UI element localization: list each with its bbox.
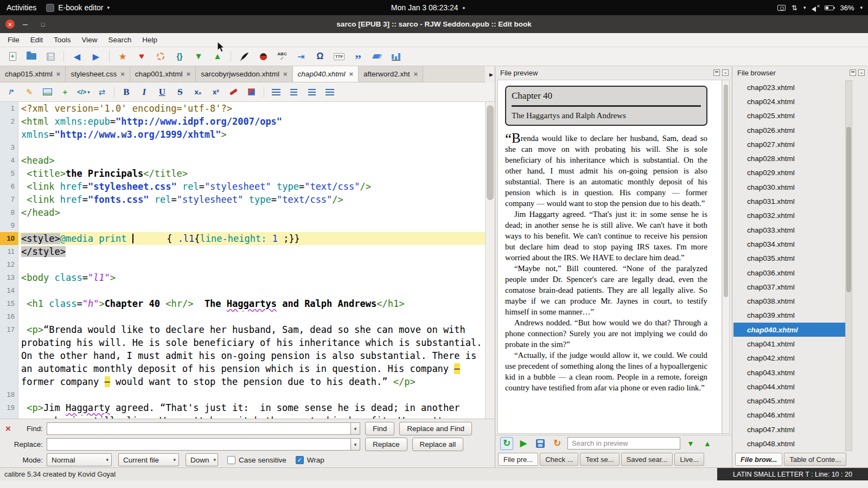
reports-button[interactable] — [390, 50, 402, 62]
insert-tag-button[interactable]: + — [59, 86, 71, 98]
find-history-dropdown[interactable]: ▾ — [350, 422, 360, 435]
tab-close-icon[interactable]: × — [283, 70, 288, 78]
align-center-button[interactable] — [288, 86, 300, 98]
menu-help[interactable]: Help — [137, 33, 163, 47]
scope-select[interactable]: Current file▾ — [118, 453, 179, 466]
arrange-button[interactable]: {} — [174, 50, 186, 62]
code-line[interactable]: 3 — [0, 141, 485, 154]
code-block-button[interactable]: </>▾ — [77, 86, 90, 98]
dock-tab[interactable]: Check ... — [540, 453, 578, 466]
direction-select[interactable]: Down▾ — [186, 453, 218, 466]
activities-button[interactable]: Activities — [7, 3, 36, 12]
code-line[interactable]: 19 <p>Jim Haggarty agreed. “That's just … — [0, 401, 485, 419]
open-book-button[interactable] — [25, 50, 37, 62]
network-icon[interactable]: ⇅ — [792, 4, 797, 12]
align-right-button[interactable] — [306, 86, 318, 98]
file-item[interactable]: chap031.xhtml — [733, 194, 845, 208]
dock-tab[interactable]: File brow... — [735, 453, 782, 466]
preview-scrollbar[interactable] — [722, 80, 730, 434]
select-button[interactable] — [155, 50, 167, 62]
back-button[interactable]: ◀ — [71, 50, 83, 62]
manage-fonts-button[interactable]: TTF — [333, 50, 345, 62]
menu-search[interactable]: Search — [103, 33, 137, 47]
background-color-button[interactable] — [246, 86, 258, 98]
spellcheck-button[interactable]: ABC✓ — [276, 50, 288, 62]
code-line[interactable]: 9 — [0, 219, 485, 232]
code-line[interactable]: 17 <p>“Brenda would like to declare her … — [0, 323, 485, 388]
fix-indentation-button[interactable]: ⇥ — [295, 50, 307, 62]
scrollbar-thumb[interactable] — [487, 105, 494, 200]
superscript-button[interactable]: x² — [210, 86, 222, 98]
file-item[interactable]: chap030.xhtml — [733, 180, 845, 194]
file-item[interactable]: chap041.xhtml — [733, 337, 845, 351]
editor-scrollbar[interactable] — [485, 102, 495, 419]
bookmark-button[interactable]: ★ — [117, 50, 129, 62]
float-panel-icon[interactable] — [713, 69, 720, 76]
search-next-button[interactable]: ▼ — [684, 437, 697, 450]
file-item[interactable]: chap034.xhtml — [733, 237, 845, 251]
doc-tab[interactable]: stylesheet.css× — [66, 66, 130, 82]
tab-close-icon[interactable]: × — [56, 70, 61, 78]
tab-overflow-icon[interactable]: ▸ — [489, 70, 493, 79]
reload-preview-button[interactable]: ↻ — [551, 437, 564, 450]
code-line[interactable]: 8</head> — [0, 206, 485, 219]
replace-history-dropdown[interactable]: ▾ — [350, 438, 360, 451]
volume-muted-icon[interactable] — [812, 5, 819, 11]
file-item[interactable]: chap045.xhtml — [733, 394, 845, 408]
jump-next-button[interactable]: ▼ — [193, 50, 205, 62]
dock-tab[interactable]: Text se... — [580, 453, 619, 466]
bold-button[interactable]: B — [120, 86, 132, 98]
close-panel-icon[interactable]: × — [858, 69, 865, 76]
file-item[interactable]: chap047.xhtml — [733, 422, 845, 436]
code-line[interactable]: 4<head> — [0, 154, 485, 167]
run-preview-button[interactable]: ▶ — [517, 437, 530, 450]
replace-input[interactable] — [47, 438, 350, 451]
file-item[interactable]: chap027.xhtml — [733, 137, 845, 151]
menu-view[interactable]: View — [76, 33, 103, 47]
doc-tab[interactable]: chap040.xhtml× — [293, 66, 359, 82]
float-panel-icon[interactable] — [850, 69, 856, 76]
code-line[interactable]: 2<html xmlns:epub="http://www.idpf.org/2… — [0, 115, 485, 141]
code-line[interactable]: 11</style> — [0, 245, 485, 258]
chevron-down-icon[interactable]: ▾ — [860, 5, 863, 10]
tab-close-icon[interactable]: × — [187, 70, 191, 78]
file-item[interactable]: chap044.xhtml — [733, 380, 845, 394]
file-item[interactable]: chap037.xhtml — [733, 280, 845, 294]
doc-tab[interactable]: afterword2.xht× — [359, 66, 423, 82]
code-line[interactable]: 13<body class="l1"> — [0, 271, 485, 284]
new-file-button[interactable]: + — [7, 50, 18, 62]
menu-file[interactable]: File — [2, 33, 25, 47]
file-item[interactable]: chap043.xhtml — [733, 365, 845, 380]
search-prev-button[interactable]: ▲ — [701, 437, 714, 450]
doc-tab[interactable]: chap015.xhtml× — [0, 66, 66, 82]
menu-edit[interactable]: Edit — [25, 33, 48, 47]
file-item[interactable]: chap033.xhtml — [733, 223, 845, 237]
clock[interactable]: Mon Jan 3 08:23:24 ● — [391, 3, 465, 12]
align-justify-button[interactable] — [324, 86, 336, 98]
insert-character-button[interactable]: Ω — [314, 50, 326, 62]
case-sensitive-checkbox[interactable]: Case sensitive — [227, 456, 286, 464]
donate-button[interactable]: ♥ — [136, 50, 148, 62]
doc-tab[interactable]: chap001.xhtml× — [130, 66, 196, 82]
dock-tab[interactable]: File pre... — [498, 453, 538, 466]
smarten-punctuation-button[interactable]: ” — [352, 50, 364, 62]
remove-unused-css-button[interactable] — [371, 50, 383, 62]
forward-button[interactable]: ▶ — [90, 50, 102, 62]
screenshot-icon[interactable] — [777, 5, 786, 11]
strikethrough-button[interactable]: S — [174, 86, 186, 98]
file-item[interactable]: chap025.xhtml — [733, 109, 845, 123]
code-line[interactable]: 5 <title>the Principals</title> — [0, 167, 485, 180]
code-line[interactable]: 1<?xml version='1.0' encoding='utf-8'?> — [0, 102, 485, 115]
close-panel-icon[interactable]: × — [722, 69, 729, 76]
tab-close-icon[interactable]: × — [120, 70, 125, 78]
file-browser-scrollbar[interactable] — [845, 80, 852, 451]
tab-close-icon[interactable]: × — [414, 70, 418, 78]
tab-close-icon[interactable]: × — [349, 70, 353, 78]
file-item[interactable]: chap024.xhtml — [733, 94, 845, 108]
file-item[interactable]: chap038.xhtml — [733, 294, 845, 308]
code-line[interactable]: 15 <h1 class="h">Chapter 40 <hr/> The Ha… — [0, 297, 485, 310]
code-line[interactable]: 14 — [0, 284, 485, 297]
find-input[interactable] — [47, 422, 350, 435]
file-item[interactable]: chap046.xhtml — [733, 408, 845, 422]
file-item[interactable]: chap036.xhtml — [733, 266, 845, 280]
